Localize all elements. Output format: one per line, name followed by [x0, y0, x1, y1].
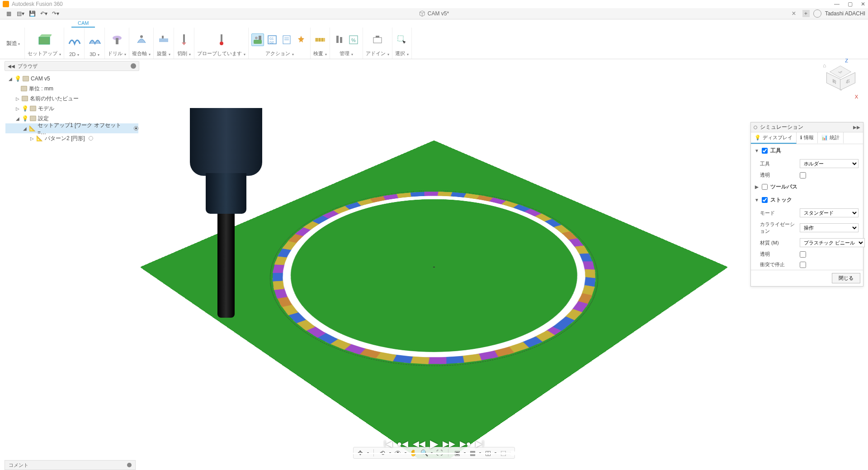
slider-thumb[interactable]	[510, 451, 515, 456]
svg-text:%: %	[351, 38, 356, 43]
tree-root[interactable]: ◢💡 CAM v5	[5, 74, 138, 84]
sim-footer: 閉じる	[751, 270, 863, 286]
close-button[interactable]: 閉じる	[832, 273, 860, 283]
task-manager-icon[interactable]: %	[347, 33, 360, 46]
folder-icon	[23, 76, 29, 81]
home-view-icon[interactable]: ⌂	[823, 62, 826, 69]
ribbon-group-multiaxis[interactable]: 複合軸	[129, 28, 154, 59]
tree-units[interactable]: 単位 : mm	[5, 84, 138, 94]
next-op-button[interactable]: ▶●	[460, 439, 471, 449]
extensions-icon[interactable]	[813, 9, 821, 18]
row-tool-transparent: 透明	[751, 170, 863, 180]
simulation-panel: シミュレーション ▶▶ 💡ディスプレイ ℹ情報 📊統計 ▼工具 工具 ホルダー …	[750, 122, 863, 287]
rewind-button[interactable]: ◀◀	[413, 439, 425, 449]
tool-library-icon[interactable]	[333, 33, 345, 46]
ribbon-group-3d[interactable]: 3D	[85, 28, 105, 59]
row-stock-transparent: 透明	[751, 249, 863, 259]
collapse-icon[interactable]: ◀◀	[8, 64, 15, 69]
ribbon-group-probe[interactable]: プローブしています	[194, 28, 249, 59]
ribbon-group-2d[interactable]: 2D	[64, 28, 85, 59]
workspace-switcher[interactable]: 製造	[2, 28, 25, 59]
ribbon-group-inspect[interactable]: 検査	[311, 28, 330, 59]
file-menu-icon[interactable]: ▤▾	[16, 9, 24, 18]
mode-select[interactable]: スタンダード	[800, 208, 859, 217]
select-icon	[396, 33, 408, 46]
comment-bar[interactable]: コメント	[5, 460, 136, 470]
colorization-select[interactable]: 操作	[800, 223, 859, 232]
postprocess-icon[interactable]: G1G2	[266, 33, 278, 46]
setup-icon: 📐	[29, 125, 36, 132]
setup-sheet-icon[interactable]	[280, 33, 293, 46]
svg-point-11	[255, 37, 258, 39]
measure-icon	[314, 33, 326, 46]
title-bar: Autodesk Fusion 360 — ▢ ✕	[0, 0, 868, 8]
view-cube[interactable]: ⌂ 上 前 右 Z X	[825, 63, 856, 95]
generate-icon[interactable]	[295, 33, 307, 46]
stock-section-checkbox[interactable]	[762, 197, 768, 203]
browser-title: ブラウザ	[18, 63, 38, 70]
svg-rect-22	[336, 36, 339, 43]
ribbon-group-lathe[interactable]: 旋盤	[154, 28, 174, 59]
section-stock[interactable]: ▼ストック	[751, 193, 863, 207]
skip-start-button[interactable]: I◀	[384, 439, 392, 449]
play-button[interactable]: ▶	[430, 437, 438, 450]
ribbon-group-select[interactable]: 選択	[392, 28, 412, 59]
undo-icon[interactable]: ↶▾	[40, 9, 48, 18]
row-stop-collision: 衝突で停止	[751, 259, 863, 270]
close-tab-button[interactable]: ×	[792, 9, 796, 18]
stock-transparent-checkbox[interactable]	[800, 251, 806, 258]
document-tab[interactable]: CAM v5*	[419, 10, 449, 17]
save-icon[interactable]: 💾	[28, 9, 36, 18]
row-material: 材質 (M) プラスチック ビニール	[751, 236, 863, 249]
pin-icon[interactable]	[127, 463, 132, 467]
section-toolpath[interactable]: ▶ツールパス	[751, 180, 863, 193]
ribbon-group-cutting[interactable]: 切削	[174, 28, 194, 59]
svg-rect-6	[183, 34, 185, 42]
folder-icon	[22, 96, 28, 101]
prev-op-button[interactable]: ●◀	[397, 439, 408, 449]
svg-rect-2	[116, 38, 118, 44]
tool-transparent-checkbox[interactable]	[800, 172, 806, 179]
tab-stats[interactable]: 📊統計	[818, 132, 844, 144]
workspace-switcher-label: 製造	[6, 40, 20, 47]
grid-apps-icon[interactable]: ▦	[5, 9, 13, 18]
skip-end-button[interactable]: ▶I	[476, 439, 484, 449]
svg-rect-0	[39, 37, 50, 44]
stop-collision-checkbox[interactable]	[800, 262, 806, 268]
active-indicator-icon	[134, 126, 138, 131]
playback-slider[interactable]	[353, 453, 515, 454]
material-select[interactable]: プラスチック ビニール	[800, 238, 865, 247]
ribbon-group-drill[interactable]: ドリル	[105, 28, 129, 59]
tree-named-views[interactable]: ▷ 名前の付いたビュー	[5, 94, 138, 103]
tab-display[interactable]: 💡ディスプレイ	[751, 132, 797, 144]
tree-model[interactable]: ▷💡 モデル	[5, 103, 138, 113]
redo-icon[interactable]: ↷▾	[52, 9, 60, 18]
tool-section-checkbox[interactable]	[762, 148, 768, 154]
ribbon-group-action: G1G2 アクション	[249, 28, 311, 59]
ribbon-group-addin[interactable]: アドイン	[363, 28, 392, 59]
close-button[interactable]: ✕	[861, 1, 865, 7]
workspace-tab-cam[interactable]: CAM	[71, 19, 95, 28]
tab-info[interactable]: ℹ情報	[797, 132, 818, 144]
minimize-button[interactable]: —	[834, 1, 840, 7]
section-tool[interactable]: ▼工具	[751, 144, 863, 157]
new-tab-button[interactable]: +	[802, 10, 810, 17]
maximize-button[interactable]: ▢	[848, 1, 853, 7]
browser-panel: ◀◀ ブラウザ ◢💡 CAM v5 単位 : mm ▷ 名前の付いたビュー ▷💡…	[5, 61, 139, 146]
svg-point-3	[140, 35, 143, 38]
pin-icon[interactable]	[131, 63, 136, 69]
tree-setup1[interactable]: ◢📐 セットアップ1 [ワーク オフセット =…	[5, 123, 138, 133]
browser-tree: ◢💡 CAM v5 単位 : mm ▷ 名前の付いたビュー ▷💡 モデル ◢💡 …	[5, 71, 139, 146]
svg-text:G1: G1	[269, 37, 274, 40]
toolpath-section-checkbox[interactable]	[762, 184, 768, 190]
simulate-icon[interactable]	[251, 33, 264, 46]
sim-panel-header[interactable]: シミュレーション ▶▶	[751, 122, 863, 132]
browser-header[interactable]: ◀◀ ブラウザ	[5, 61, 139, 71]
user-name[interactable]: Tadashi ADACHI	[825, 10, 865, 17]
ribbon-group-setup[interactable]: セットアップ	[25, 28, 64, 59]
tool-select[interactable]: ホルダー	[800, 159, 859, 168]
row-mode: モード スタンダード	[751, 207, 863, 219]
svg-text:G2: G2	[269, 41, 274, 44]
expand-icon[interactable]: ▶▶	[853, 125, 860, 130]
forward-button[interactable]: ▶▶	[443, 439, 455, 449]
